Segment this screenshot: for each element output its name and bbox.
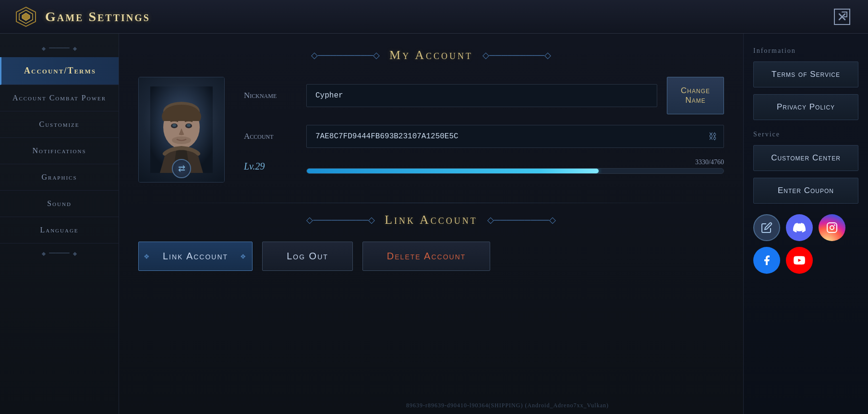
youtube-icon[interactable] [786,247,813,274]
copy-icon[interactable]: ⛓ [709,132,717,142]
svg-point-14 [830,226,834,230]
my-account-header: ◇─────────◇ My Account ◇─────────◇ [138,48,724,62]
page-title: Game Settings [45,9,150,24]
facebook-icon[interactable] [753,247,780,274]
sidebar: ⬥ ─── ⬥ Account/Terms Account Combat Pow… [0,34,119,414]
svg-point-10 [172,124,176,127]
discord-icon[interactable] [786,214,813,241]
nickname-label: Nickname [244,91,297,100]
link-account-title: Link Account [385,213,478,227]
link-account-button[interactable]: Link Account [138,242,253,271]
sidebar-item-notifications[interactable]: Notifications [0,138,119,164]
header-ornament-left: ◇─────────◇ [311,50,380,61]
level-bar-wrap: 3330/4760 [306,158,724,174]
header-ornament-right: ◇─────────◇ [482,50,551,61]
build-info: 89639-r89639-d90410-l90364(SHIPPING) (An… [406,402,609,409]
sidebar-bottom-ornament: ⬥ ─── ⬥ [41,247,78,258]
level-row: Lv.29 3330/4760 [244,158,724,174]
link-buttons-group: Link Account Log Out Delete Account [138,242,724,271]
level-bar-background [306,168,724,174]
social-icons-grid [753,214,858,274]
account-input[interactable] [306,125,724,148]
nickname-input[interactable] [306,84,657,107]
edit-social-icon[interactable] [753,214,780,241]
fields-area: Nickname Change Name Account ⛓ [244,77,724,183]
exit-button[interactable] [831,5,854,28]
information-label: Information [753,47,858,55]
svg-point-15 [834,224,835,226]
nickname-input-wrap [306,84,657,107]
svg-rect-13 [827,223,837,232]
service-label: Service [753,131,858,138]
header: Game Settings [0,0,868,34]
header-left: Game Settings [14,5,150,28]
avatar-container: ⇄ [138,77,225,183]
link-ornament-right: ◇─────────◇ [487,215,556,225]
customer-center-button[interactable]: Customer Center [753,145,858,171]
sidebar-item-account-combat-power[interactable]: Account Combat Power [0,85,119,111]
right-panel: Information Terms of Service Privacy Pol… [743,34,868,414]
delete-account-button[interactable]: Delete Account [362,242,490,271]
account-panel: ⇄ Nickname Change Name Account [138,77,724,183]
svg-point-12 [172,136,191,144]
my-account-title: My Account [389,48,473,62]
svg-marker-2 [22,13,30,21]
logout-button[interactable]: Log Out [262,242,353,271]
link-account-section: ◇─────────◇ Link Account ◇─────────◇ Lin… [138,213,724,271]
sidebar-item-language[interactable]: Language [0,217,119,244]
account-label: Account [244,132,297,141]
sidebar-top-ornament: ⬥ ─── ⬥ [41,42,78,53]
instagram-icon[interactable] [819,214,845,241]
change-name-button[interactable]: Change Name [667,77,724,114]
account-input-wrap: ⛓ [306,125,724,148]
avatar-switch-button[interactable]: ⇄ [172,159,191,178]
link-account-header: ◇─────────◇ Link Account ◇─────────◇ [138,213,724,227]
xp-display: 3330/4760 [306,158,724,166]
level-bar-fill [307,169,599,173]
exit-icon [833,8,851,25]
game-logo-icon [14,5,37,28]
svg-point-11 [187,124,191,127]
nickname-row: Nickname Change Name [244,77,724,114]
sidebar-item-sound[interactable]: Sound [0,191,119,217]
sidebar-item-graphics[interactable]: Graphics [0,164,119,191]
level-text: Lv.29 [244,161,297,172]
enter-coupon-button[interactable]: Enter Coupon [753,178,858,204]
sidebar-item-account-terms[interactable]: Account/Terms [0,57,119,85]
terms-of-service-button[interactable]: Terms of Service [753,61,858,87]
account-row: Account ⛓ [244,125,724,148]
content-area: ◇─────────◇ My Account ◇─────────◇ [119,34,743,414]
privacy-policy-button[interactable]: Privacy Policy [753,94,858,120]
link-ornament-left: ◇─────────◇ [306,215,375,225]
main-layout: ⬥ ─── ⬥ Account/Terms Account Combat Pow… [0,34,868,414]
sidebar-item-customize[interactable]: Customize [0,111,119,138]
divider-1 [138,203,724,203]
